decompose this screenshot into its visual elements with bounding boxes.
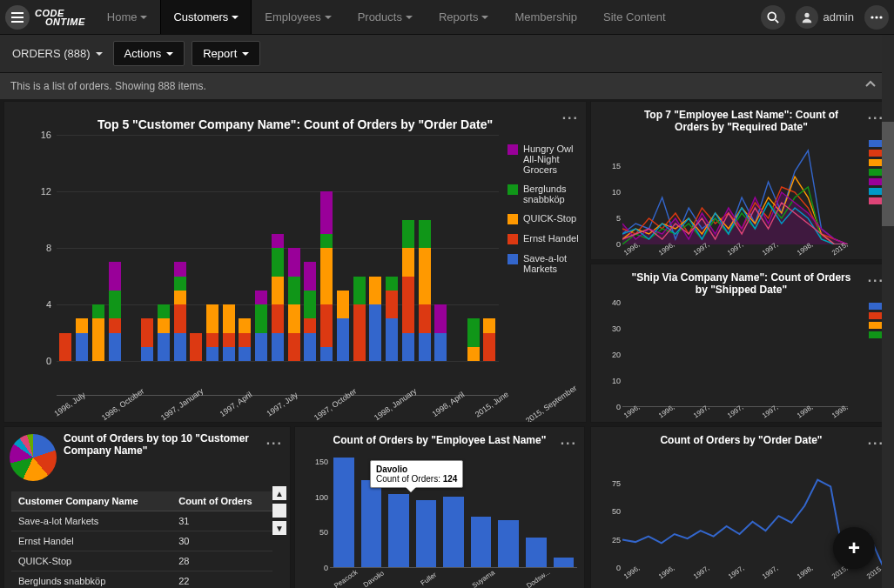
chart-tooltip: DavolioCount of Orders: 124	[370, 460, 463, 488]
chart-top7-employees: ... Top 7 "Employee Last Name": Count of…	[590, 101, 892, 260]
scroll-down-button[interactable]: ▼	[272, 521, 286, 535]
chart-title: Top 5 "Customer Company Name": Count of …	[4, 110, 586, 135]
tile-more-button[interactable]: ...	[562, 107, 579, 123]
bar[interactable]	[526, 538, 547, 567]
table-row[interactable]: Ernst Handel30	[11, 531, 272, 551]
chart-title: Count of Orders by "Employee Last Name"	[295, 427, 584, 450]
actions-button[interactable]: Actions	[113, 41, 185, 66]
user-menu[interactable]: admin	[792, 6, 857, 29]
nav-tab-membership[interactable]: Membership	[501, 0, 590, 34]
brand-logo: CODEONTIME	[35, 9, 85, 26]
bar[interactable]	[471, 517, 492, 567]
nav-tab-employees[interactable]: Employees	[252, 0, 344, 34]
chevron-down-icon	[96, 52, 103, 56]
bar[interactable]	[388, 494, 409, 567]
chart-title: Top 7 "Employee Last Name": Count of Ord…	[591, 102, 891, 137]
nav-tab-site-content[interactable]: Site Content	[590, 0, 679, 34]
pie-chart	[10, 434, 57, 481]
nav-tab-products[interactable]: Products	[345, 0, 426, 34]
svg-point-3	[768, 12, 776, 20]
avatar-icon	[796, 6, 818, 29]
bar[interactable]	[498, 520, 519, 567]
svg-rect-0	[11, 12, 24, 14]
chart-title: Count of Orders by "Order Date"	[591, 427, 891, 450]
table-row[interactable]: QUICK-Stop28	[11, 551, 272, 571]
chart-employee-bars: ... Count of Orders by "Employee Last Na…	[294, 426, 585, 588]
user-name: admin	[823, 10, 854, 23]
svg-point-7	[875, 16, 877, 18]
breadcrumb-orders[interactable]: ORDERS (888)	[9, 42, 106, 65]
expand-icon[interactable]	[864, 78, 877, 90]
chevron-down-icon	[242, 52, 249, 56]
scroll-up-button[interactable]: ▲	[272, 486, 286, 500]
svg-line-4	[775, 19, 778, 23]
bar[interactable]	[333, 458, 354, 567]
tile-more-button[interactable]: ...	[266, 432, 283, 448]
svg-point-5	[804, 12, 809, 17]
nav-tab-customers[interactable]: Customers	[160, 0, 252, 34]
bar[interactable]	[416, 500, 437, 567]
chart-top5-customers: ... Top 5 "Customer Company Name": Count…	[3, 101, 587, 423]
hamburger-menu-button[interactable]	[5, 5, 30, 30]
nav-tab-reports[interactable]: Reports	[426, 0, 502, 34]
chart-top10-pie: ... Count of Orders by top 10 "Customer …	[3, 426, 291, 588]
bar[interactable]	[554, 558, 575, 567]
scroll-track[interactable]	[272, 504, 286, 518]
breadcrumb-label: ORDERS (888)	[12, 47, 91, 60]
chart-title: Count of Orders by top 10 "Customer Comp…	[64, 432, 285, 481]
chevron-down-icon	[166, 52, 173, 56]
report-button[interactable]: Report	[192, 41, 260, 66]
fab-add-button[interactable]: +	[833, 527, 875, 569]
nav-tab-home[interactable]: Home	[94, 0, 161, 34]
bar[interactable]	[443, 497, 464, 567]
svg-point-6	[870, 16, 873, 18]
search-button[interactable]	[761, 5, 785, 30]
bar[interactable]	[361, 480, 382, 567]
more-menu-button[interactable]	[864, 5, 889, 30]
table-row[interactable]: Save-a-lot Markets31	[11, 511, 272, 531]
svg-rect-2	[11, 21, 24, 23]
orders-table: Customer Company NameCount of OrdersSave…	[11, 491, 272, 588]
chart-title: "Ship Via Company Name": Count of Orders…	[591, 264, 891, 299]
svg-rect-1	[11, 17, 24, 18]
chart-shipvia: ... "Ship Via Company Name": Count of Or…	[590, 264, 892, 423]
page-scrollbar[interactable]	[882, 35, 894, 588]
info-strip: This is a list of orders. Showing 888 it…	[0, 73, 894, 99]
svg-point-8	[879, 16, 882, 18]
tile-more-button[interactable]: ...	[561, 432, 577, 448]
table-row[interactable]: Berglunds snabbköp22	[11, 571, 272, 589]
